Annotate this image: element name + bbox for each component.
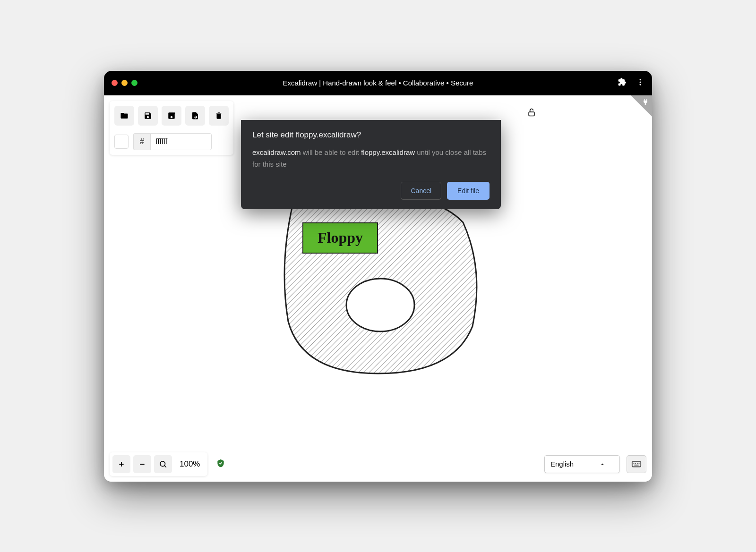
window-title: Excalidraw | Hand-drawn look & feel • Co… (283, 79, 473, 87)
zoom-in-button[interactable] (112, 455, 130, 473)
hash-label: # (133, 133, 150, 150)
edit-file-button[interactable]: Edit file (447, 182, 490, 200)
svg-rect-14 (634, 464, 638, 465)
svg-rect-11 (635, 463, 636, 464)
save-as-button[interactable] (162, 106, 181, 126)
toolbar-panel: # (110, 101, 233, 155)
save-button[interactable] (138, 106, 158, 126)
svg-rect-9 (632, 461, 641, 467)
maximize-window-button[interactable] (131, 80, 137, 86)
zoom-reset-button[interactable] (154, 455, 172, 473)
minimize-window-button[interactable] (121, 80, 128, 86)
close-window-button[interactable] (112, 80, 118, 86)
dialog-actions: Cancel Edit file (252, 182, 490, 200)
language-select[interactable]: English (544, 455, 620, 473)
svg-point-0 (640, 79, 641, 80)
dialog-text-1: will be able to edit (301, 148, 361, 156)
svg-rect-3 (529, 112, 534, 116)
svg-rect-13 (639, 463, 640, 464)
zoom-level: 100% (175, 459, 205, 469)
cancel-button[interactable]: Cancel (401, 182, 441, 200)
bottom-bar: 100% English (110, 452, 646, 476)
shield-icon[interactable] (216, 459, 225, 470)
zoom-controls: 100% (110, 452, 207, 476)
dialog-title: Let site edit floppy.excalidraw? (252, 130, 490, 140)
svg-point-8 (160, 461, 165, 467)
traffic-lights (112, 80, 137, 86)
tool-row (114, 106, 229, 126)
extensions-icon[interactable] (618, 77, 627, 88)
color-hex-input[interactable] (150, 133, 212, 150)
dialog-body: excalidraw.com will be able to edit flop… (252, 146, 490, 170)
plug-icon (642, 98, 649, 108)
more-menu-icon[interactable] (636, 78, 644, 88)
export-button[interactable] (185, 106, 205, 126)
open-file-button[interactable] (114, 106, 134, 126)
svg-rect-10 (634, 463, 635, 464)
color-row: # (114, 133, 229, 150)
app-body: # (104, 95, 652, 482)
language-value: English (550, 460, 574, 468)
titlebar-right (618, 77, 644, 88)
bottom-right: English (544, 455, 646, 473)
svg-rect-12 (637, 463, 638, 464)
zoom-out-button[interactable] (133, 455, 151, 473)
permission-dialog: Let site edit floppy.excalidraw? excalid… (241, 120, 501, 209)
keyboard-button[interactable] (627, 455, 646, 473)
titlebar: Excalidraw | Hand-drawn look & feel • Co… (104, 71, 652, 95)
chevron-up-icon (600, 461, 605, 467)
color-swatch[interactable] (114, 135, 129, 149)
svg-point-2 (640, 84, 641, 85)
floppy-label: Floppy (302, 222, 378, 254)
dialog-file: floppy.excalidraw (361, 148, 415, 156)
svg-point-1 (640, 81, 641, 83)
browser-window: Excalidraw | Hand-drawn look & feel • Co… (104, 71, 652, 482)
dialog-site: excalidraw.com (252, 148, 301, 156)
delete-button[interactable] (209, 106, 229, 126)
floppy-drawing: Floppy (274, 189, 482, 378)
unlock-icon[interactable] (527, 108, 536, 119)
svg-point-7 (346, 279, 414, 331)
